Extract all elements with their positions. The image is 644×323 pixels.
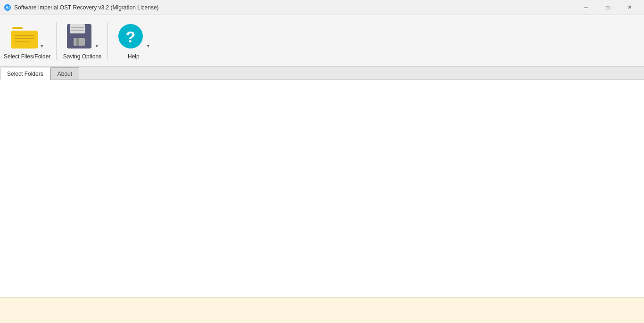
main-content bbox=[0, 80, 644, 297]
title-bar-left: SI Software Imperial OST Recovery v3.2 (… bbox=[4, 4, 159, 11]
help-dropdown-arrow[interactable]: ▼ bbox=[146, 43, 150, 48]
toolbar-separator-2 bbox=[107, 22, 108, 60]
tab-about[interactable]: About bbox=[50, 67, 79, 80]
tab-select-folders-label: Select Folders bbox=[7, 71, 43, 77]
maximize-button[interactable]: □ bbox=[597, 0, 619, 15]
saving-options-icon-area: ▼ bbox=[65, 22, 99, 50]
title-bar: SI Software Imperial OST Recovery v3.2 (… bbox=[0, 0, 644, 15]
tab-about-label: About bbox=[58, 71, 72, 77]
select-files-dropdown-arrow[interactable]: ▼ bbox=[40, 43, 44, 48]
svg-text:?: ? bbox=[126, 28, 136, 46]
help-icon: ? bbox=[116, 22, 145, 50]
saving-options-button[interactable]: ▼ Saving Options bbox=[58, 20, 106, 62]
help-icon-area: ? ▼ bbox=[116, 22, 150, 50]
select-files-folder-label: Select Files/Folder bbox=[4, 53, 50, 60]
floppy-icon bbox=[65, 22, 93, 50]
toolbar: ▼ Select Files/Folder ▼ Saving Option bbox=[0, 15, 644, 67]
toolbar-separator-1 bbox=[56, 22, 57, 60]
tab-bar: Select Folders About bbox=[0, 67, 644, 80]
select-files-folder-button[interactable]: ▼ Select Files/Folder bbox=[0, 20, 54, 62]
tab-select-folders[interactable]: Select Folders bbox=[0, 68, 50, 80]
help-button[interactable]: ? ▼ Help bbox=[110, 20, 157, 62]
saving-options-dropdown-arrow[interactable]: ▼ bbox=[94, 43, 99, 48]
svg-text:SI: SI bbox=[5, 5, 10, 10]
status-bar bbox=[0, 297, 644, 323]
svg-rect-2 bbox=[11, 31, 38, 48]
title-bar-controls: ─ □ ✕ bbox=[575, 0, 640, 15]
folder-icon bbox=[10, 22, 39, 50]
svg-rect-9 bbox=[76, 38, 79, 46]
svg-rect-7 bbox=[70, 24, 85, 33]
help-label: Help bbox=[128, 53, 140, 60]
close-button[interactable]: ✕ bbox=[619, 0, 640, 15]
minimize-button[interactable]: ─ bbox=[575, 0, 597, 15]
app-title: Software Imperial OST Recovery v3.2 (Mig… bbox=[14, 4, 159, 11]
select-files-folder-icon-area: ▼ bbox=[10, 22, 44, 50]
app-icon: SI bbox=[4, 4, 11, 11]
saving-options-label: Saving Options bbox=[63, 53, 101, 60]
